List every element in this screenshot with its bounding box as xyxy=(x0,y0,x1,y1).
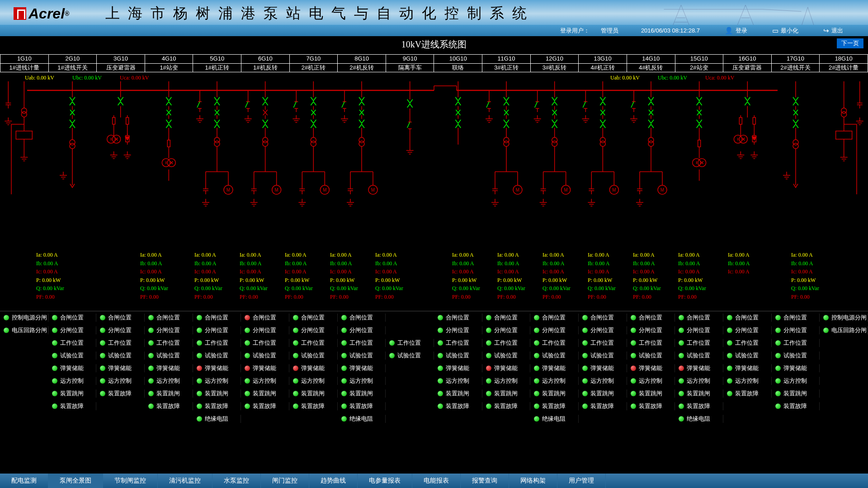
bay-column: 7G102#机正转 xyxy=(289,54,338,72)
status-cell: 试验位置 xyxy=(482,352,531,360)
status-led-icon xyxy=(52,328,57,333)
status-label: 远方控制 xyxy=(639,377,662,385)
status-cell: 装置故障 xyxy=(675,402,723,410)
exit-button[interactable]: ↪退出 xyxy=(823,27,854,35)
status-cell: 弹簧储能 xyxy=(675,364,723,372)
status-led-icon xyxy=(727,340,732,346)
nav-item[interactable]: 闸门监控 xyxy=(261,474,309,488)
nav-item[interactable]: 网络构架 xyxy=(509,474,557,488)
status-label: 装置故障 xyxy=(735,389,759,398)
status-cell: 合闸位置 xyxy=(289,314,338,322)
status-led-icon xyxy=(727,391,732,396)
status-led-icon xyxy=(148,404,154,409)
nav-item[interactable]: 水泵监控 xyxy=(212,474,261,488)
nav-item[interactable]: 清污机监控 xyxy=(158,474,212,488)
status-row: 装置故障装置故障装置故障装置故障装置故障装置故障装置故障装置故障装置故障装置故障… xyxy=(0,400,868,413)
status-label: 试验位置 xyxy=(253,352,276,360)
nav-item[interactable]: 配电监测 xyxy=(0,474,48,488)
status-cell: 合闸位置 xyxy=(145,314,193,322)
next-page-button[interactable]: 下一页 xyxy=(837,38,863,48)
status-led-icon xyxy=(341,366,347,371)
uab-left: Uab: 0.00 kV xyxy=(25,75,54,81)
bay-column: 9G10隔离手车 xyxy=(386,54,434,72)
status-label: 装置跳闸 xyxy=(494,389,518,398)
status-cell: 装置故障 xyxy=(145,402,193,410)
status-cell: 试验位置 xyxy=(145,352,193,360)
nav-item[interactable]: 电参量报表 xyxy=(358,474,412,488)
status-row: 装置跳闸装置故障装置跳闸装置跳闸装置跳闸装置跳闸装置跳闸装置跳闸装置跳闸装置跳闸… xyxy=(0,387,868,400)
status-led-icon xyxy=(679,416,684,422)
nav-item[interactable]: 泵闸全景图 xyxy=(48,474,103,488)
status-label: 远方控制 xyxy=(542,377,566,385)
status-led-icon xyxy=(100,328,105,333)
status-label: 装置故障 xyxy=(446,402,469,410)
svg-point-314 xyxy=(648,141,654,146)
uca-right: Uca: 0.00 kV xyxy=(705,75,734,81)
status-led-icon xyxy=(52,353,57,358)
status-label: 合闸位置 xyxy=(253,314,276,322)
status-label: 工作位置 xyxy=(687,339,710,347)
nav-item[interactable]: 报警查询 xyxy=(461,474,509,488)
nav-item[interactable]: 节制闸监控 xyxy=(103,474,158,488)
status-led-icon xyxy=(245,353,250,358)
status-cell: 工作位置 xyxy=(723,339,772,347)
status-led-icon xyxy=(631,353,636,358)
status-label: 远方控制 xyxy=(108,377,132,385)
svg-line-203 xyxy=(407,122,410,128)
status-cell: 装置跳闸 xyxy=(193,389,241,398)
svg-point-85 xyxy=(214,141,220,146)
status-row: 绝缘电阻绝缘电阻绝缘电阻绝缘电阻 xyxy=(0,413,868,425)
status-label: 试验位置 xyxy=(783,352,807,360)
status-cell: 工作位置 xyxy=(482,339,531,347)
status-cell: 远方控制 xyxy=(675,377,723,385)
status-led-icon xyxy=(534,315,539,320)
status-row: 控制电源分闸合闸位置合闸位置合闸位置合闸位置合闸位置合闸位置合闸位置合闸位置合闸… xyxy=(0,311,868,324)
status-label: 装置故障 xyxy=(108,389,132,398)
status-label: 远方控制 xyxy=(735,377,759,385)
svg-point-396 xyxy=(841,112,847,117)
status-label: 工作位置 xyxy=(639,339,662,347)
status-label: 绝缘电阻 xyxy=(542,415,566,423)
status-led-icon xyxy=(582,391,588,396)
measurement-column: Ia: 0.00 AIb: 0.00 AIc: 0.00 AP: 0.00 kW… xyxy=(140,251,194,301)
status-cell: 控制电源分闸 xyxy=(820,314,868,322)
status-label: 装置故障 xyxy=(494,402,518,410)
status-label: 绝缘电阻 xyxy=(349,415,373,423)
status-led-icon xyxy=(775,353,781,358)
status-led-icon xyxy=(438,353,443,358)
status-cell: 分闸位置 xyxy=(434,326,482,334)
status-led-icon xyxy=(534,378,539,384)
status-label: 装置故障 xyxy=(590,402,614,410)
status-cell: 分闸位置 xyxy=(241,326,289,334)
svg-line-332 xyxy=(631,102,634,108)
status-label: 控制电源分闸 xyxy=(12,314,47,322)
status-led-icon xyxy=(197,366,202,371)
status-led-icon xyxy=(486,340,491,346)
status-led-icon xyxy=(438,340,443,346)
status-row: 试验位置试验位置试验位置试验位置试验位置试验位置试验位置试验位置试验位置试验位置… xyxy=(0,349,868,362)
status-led-icon xyxy=(100,353,105,358)
nav-item[interactable]: 用户管理 xyxy=(557,474,606,488)
status-cell: 装置跳闸 xyxy=(145,389,193,398)
login-button[interactable]: 👤登录 xyxy=(725,27,759,35)
status-led-icon xyxy=(52,366,57,371)
measurements-area: Ia: 0.00 AIb: 0.00 AIc: 0.00 AP: 0.00 kW… xyxy=(0,251,868,305)
status-led-icon xyxy=(679,340,684,346)
status-cell: 弹簧储能 xyxy=(145,364,193,372)
nav-item[interactable]: 趋势曲线 xyxy=(309,474,358,488)
svg-text:M: M xyxy=(226,188,230,192)
status-led-icon xyxy=(100,340,105,346)
status-led-icon xyxy=(148,340,154,346)
minimize-button[interactable]: ▭最小化 xyxy=(772,27,810,35)
status-cell: 装置故障 xyxy=(289,402,338,410)
status-led-icon xyxy=(148,328,154,333)
status-label: 试验位置 xyxy=(446,352,469,360)
status-label: 弹簧储能 xyxy=(735,364,759,372)
nav-item[interactable]: 电能报表 xyxy=(412,474,461,488)
status-cell: 工作位置 xyxy=(289,339,338,347)
measurement-column: Ia: 0.00 AIb: 0.00 AIc: 0.00 A xyxy=(728,251,782,276)
status-cell: 工作位置 xyxy=(48,339,97,347)
status-cell: 远方控制 xyxy=(48,377,97,385)
status-label: 装置跳闸 xyxy=(301,389,325,398)
bay-column: 2G101#进线开关 xyxy=(48,54,97,72)
